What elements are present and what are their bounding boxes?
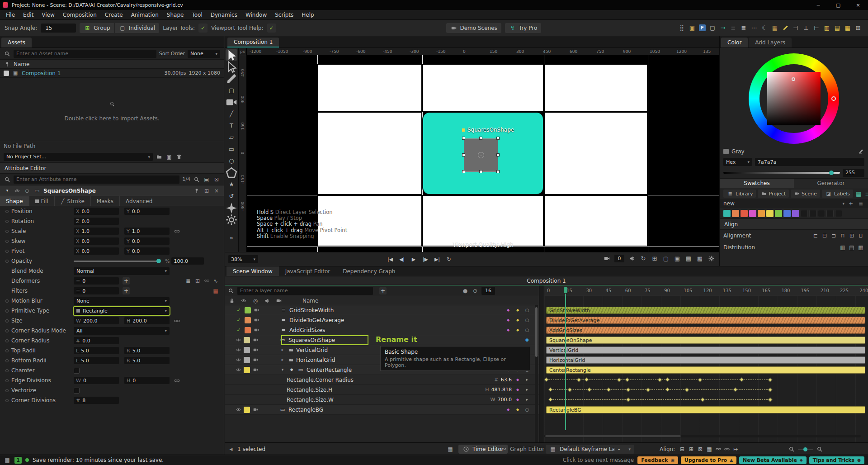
swatch-3[interactable] [749, 210, 756, 217]
panel-icon[interactable]: ▣ [165, 153, 173, 161]
align-center-v-icon[interactable]: ⊞ [848, 232, 855, 239]
keyframe-dot[interactable] [5, 299, 9, 303]
demo-scenes-button[interactable]: Demo Scenes [446, 23, 501, 33]
slider-knob[interactable] [156, 259, 161, 263]
timeline-bar-squaresonshape[interactable]: SquaresOnShape [546, 337, 865, 344]
loop-button[interactable]: ↻ [444, 255, 453, 264]
viewport-help-toggle[interactable]: ✓ [267, 24, 276, 33]
chamfer-checkbox[interactable] [74, 368, 80, 374]
speaker-icon[interactable] [264, 297, 271, 304]
moon-icon[interactable]: ☾ [761, 24, 768, 32]
timeline-ruler[interactable]: 0153045607590105120135150165180195210225… [544, 285, 868, 296]
keyframe-record-icon[interactable]: ● [462, 287, 469, 294]
keyframe[interactable] [698, 378, 702, 382]
alpha-input[interactable]: 255 [843, 169, 864, 177]
arc-tool[interactable]: ↺ [226, 190, 237, 202]
prev-frame-button[interactable]: ◀| [397, 255, 406, 264]
render-visibility-icon[interactable] [252, 337, 259, 343]
timeline-bar-gridstrokewidth[interactable]: GridStrokeWidth [546, 307, 865, 314]
property-name[interactable]: Rectangle.Corner Radius [287, 377, 354, 383]
star-tool[interactable]: ★ [226, 179, 237, 190]
polygon-tool[interactable] [226, 167, 237, 178]
message-count-badge[interactable]: 1 [14, 457, 22, 464]
layer-list-scrollbar[interactable] [535, 305, 538, 442]
timeline-bar-centerrectangle[interactable]: CenterRectangle [546, 366, 865, 374]
layer-name[interactable]: VerticalGrid [296, 347, 328, 353]
timeline-bar-dividetogetaverage[interactable]: DivideToGetAverage [546, 317, 865, 324]
menu-create[interactable]: Create [101, 12, 127, 18]
grid-cell[interactable] [422, 195, 544, 247]
edge-divisions-field-1[interactable]: W0 [74, 377, 119, 384]
visibility-eye-icon[interactable] [235, 367, 241, 373]
corner-radius-mode-dropdown[interactable]: All▾ [74, 327, 170, 335]
close-icon[interactable]: × [213, 187, 220, 195]
tab-dependency-graph[interactable]: Dependency Graph [336, 266, 401, 276]
settings-grid-icon[interactable]: ▣ [203, 176, 210, 183]
keyframe[interactable] [577, 378, 581, 382]
keyframe-dot[interactable] [5, 349, 9, 352]
render-visibility-icon[interactable] [253, 327, 259, 333]
selection-handle[interactable] [496, 170, 500, 173]
playhead-flag[interactable] [564, 287, 567, 293]
selection-handle[interactable] [496, 153, 500, 157]
keyframe[interactable] [626, 398, 631, 402]
align-center-h-icon[interactable]: ⊟ [821, 232, 828, 239]
align-grid-icon[interactable]: ⊠ [697, 446, 704, 453]
opacity-field[interactable]: 100.0 [171, 257, 204, 265]
tab-masks[interactable]: Masks [90, 196, 119, 206]
keyframe[interactable] [585, 378, 589, 382]
connect-icon[interactable] [203, 277, 210, 284]
next-keyframe-icon[interactable]: ▸ [524, 386, 531, 394]
rotation-field-1[interactable]: Z0.0 [74, 218, 119, 225]
zoom-dropdown[interactable]: 38%▾ [228, 255, 258, 263]
zoom-in-icon[interactable] [816, 446, 823, 453]
columns-one-icon[interactable]: ▥ [823, 24, 830, 32]
keyframe-nav-icon[interactable]: ◆ [514, 396, 521, 403]
project-dropdown[interactable]: No Project Set...▾ [4, 153, 153, 161]
swatch-empty[interactable] [835, 210, 842, 217]
settings-tool[interactable] [226, 214, 237, 225]
keyframe-dot[interactable] [5, 339, 9, 342]
layer-name[interactable]: AddGridSizes [289, 327, 325, 333]
selection-handle[interactable] [479, 137, 482, 140]
minimize-button[interactable]: − [808, 0, 828, 10]
keyframe-dot[interactable] [5, 319, 9, 323]
distribute-columns-icon[interactable]: ≣ [740, 24, 747, 32]
keyframe[interactable] [733, 388, 737, 392]
visibility-eye-icon[interactable] [235, 347, 241, 353]
scale-field-2[interactable]: Y1.0 [124, 228, 170, 235]
camera-tool[interactable] [226, 96, 237, 108]
layer-color-swatch[interactable] [244, 367, 250, 373]
layer-color-swatch[interactable] [244, 407, 250, 413]
filter-slot-icon[interactable]: ▦ [212, 287, 219, 294]
next-keyframe-icon[interactable]: ▸ [524, 376, 531, 384]
keyframe[interactable] [567, 388, 572, 392]
keyframe[interactable] [740, 378, 744, 382]
grid-icon[interactable]: ⊞ [194, 277, 201, 285]
swatch-empty[interactable] [818, 210, 825, 217]
camera-icon[interactable] [275, 297, 283, 304]
line-tool[interactable]: ╱ [226, 108, 237, 119]
columns-three-icon[interactable]: ▦ [844, 24, 851, 32]
composition-asset-row[interactable]: ▣ Composition 1 30.00fps 1920 x 1080 [0, 69, 224, 78]
list-view-icon[interactable]: ≡ [864, 190, 868, 197]
filters-field-1[interactable]: ≡0 [74, 287, 119, 294]
current-frame-field[interactable]: 16 [481, 287, 495, 295]
swatch-5[interactable] [766, 210, 774, 217]
skew-field-1[interactable]: X0.0 [74, 237, 119, 245]
render-visibility-icon[interactable] [252, 367, 259, 373]
shortcut-panel-icon[interactable]: ▦ [4, 456, 11, 464]
attribute-search-input[interactable]: Enter an Attribute name [14, 176, 179, 184]
expand-chevron-icon[interactable]: ▾ [279, 366, 286, 374]
export-arrow-icon[interactable]: → [719, 24, 726, 32]
lock-icon[interactable] [228, 297, 236, 304]
tab-javascript-editor[interactable]: JavaScript Editor [279, 266, 336, 276]
add-layer-button[interactable]: + [379, 287, 387, 294]
menu-scripts[interactable]: Scripts [271, 12, 297, 18]
snap-angle-field[interactable]: 15 [41, 24, 76, 33]
upgrade-to-pro-button[interactable]: Upgrade to Pro▲ [681, 456, 736, 464]
keyframe[interactable] [665, 378, 670, 382]
keyframe-circle-icon[interactable]: ○ [24, 187, 31, 195]
vertical-ruler[interactable]: 4503001500-150-300 [239, 55, 247, 252]
swatch-empty[interactable] [809, 210, 816, 217]
